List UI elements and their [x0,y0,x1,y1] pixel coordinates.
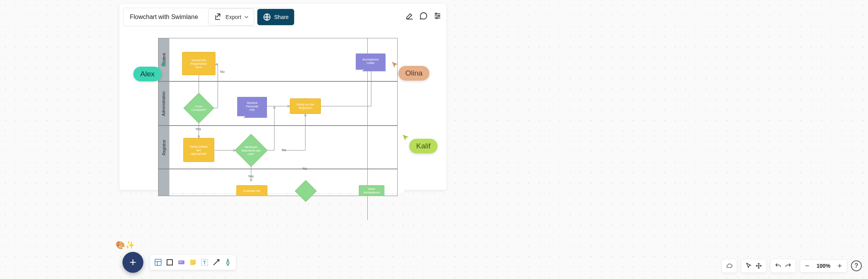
sparkle-icon: 🎨✨ [115,240,135,250]
bottom-toolbar: 🎨✨ + T [122,252,236,273]
tool-rectangle[interactable] [165,258,174,267]
tool-sticky[interactable] [189,258,197,267]
edge-no2: No [282,148,286,152]
svg-point-4 [436,13,437,15]
move-icon[interactable] [755,262,762,269]
tool-pen[interactable] [224,258,232,267]
node-verify[interactable]: Verify Details are appropriate [183,138,214,162]
node-student-file[interactable]: Student Personal File [237,97,267,115]
cursor-alex: Alex [133,67,162,81]
tool-text[interactable]: T [200,258,209,267]
edge-no3: No [303,167,307,170]
share-button[interactable]: Share [257,9,294,25]
cloud-icon[interactable] [726,262,733,269]
node-notify-reject[interactable]: Notify on the Rejection [290,98,321,114]
tool-template[interactable] [154,258,162,267]
top-right-tools [405,12,442,20]
add-button[interactable]: + [122,252,143,273]
edge-yes1: Yes [195,127,201,131]
tool-card[interactable] [177,258,186,267]
zoom-in-icon[interactable] [837,263,843,269]
edge-yes2: Yes [248,174,254,178]
cursor-kalif: Kalif [409,139,437,153]
settings-icon[interactable] [433,12,442,20]
bottom-right-bar: 100% ? [722,259,862,273]
cursor-olina-icon [391,61,398,68]
globe-icon [263,13,271,21]
svg-rect-17 [178,260,184,264]
app-window: Flowchart with Swimlane Export Share Stu… [119,4,446,190]
svg-line-21 [214,260,219,265]
lane-label: Administration [162,91,166,115]
svg-point-5 [438,15,440,17]
pointer-icon[interactable] [745,262,752,269]
help-button[interactable]: ? [851,260,862,271]
redo-icon[interactable] [785,262,792,269]
export-button[interactable]: Export [208,9,254,26]
zoom-out-icon[interactable] [804,263,810,269]
comment-icon[interactable] [419,12,428,20]
tool-arrow[interactable] [212,258,220,267]
lane-label: Registrar [162,140,166,155]
topbar: Flowchart with Swimlane Export Share [123,8,294,26]
cursor-olina: Olina [398,66,429,81]
svg-text:T: T [203,260,206,265]
svg-rect-16 [167,260,172,265]
node-submit[interactable]: Submit the Registration form [182,52,215,75]
node-evaluate[interactable]: Evaluate the [236,185,267,196]
export-icon [214,13,222,21]
svg-rect-13 [155,259,161,265]
canvas[interactable]: Student Administration Registrar Submit … [158,38,404,193]
cursor-kalif-icon [402,134,409,141]
node-acceptance[interactable]: Acceptance Letter [356,53,386,69]
cursor-alex-icon [160,60,167,67]
undo-icon[interactable] [775,262,782,269]
edit-icon[interactable] [405,12,414,20]
chevron-down-icon [245,15,248,19]
node-write-accept[interactable]: Write Acceptance [359,185,384,196]
svg-point-6 [436,17,437,19]
doc-title[interactable]: Flowchart with Swimlane [124,8,204,26]
edge-no1: No [220,70,225,74]
zoom-value[interactable]: 100% [813,263,834,269]
